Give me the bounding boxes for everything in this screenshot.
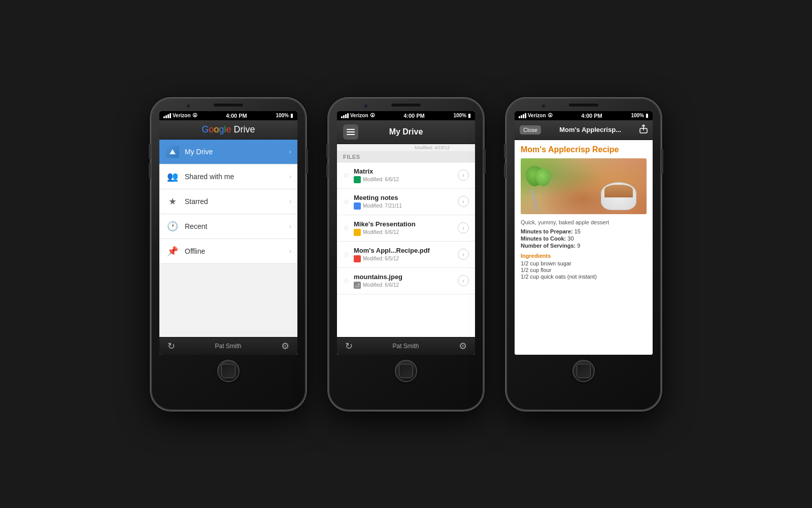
phone-3: Verizon ⦿ 4:00 PM 100% ▮ Close Mom's App… — [505, 97, 662, 412]
signal-icon — [163, 113, 171, 118]
nav-item-offline[interactable]: 📌 Offline › — [159, 239, 297, 264]
google-g2: g — [219, 124, 224, 134]
file-name-matrix: Matrix — [354, 167, 455, 175]
recent-label: Recent — [185, 222, 289, 230]
time-label-2: 4:00 PM — [403, 113, 425, 119]
home-button-1[interactable] — [217, 360, 240, 382]
file-meta-matrix: Modified: 6/6/12 — [354, 176, 455, 183]
status-right-3: 100% ▮ — [631, 113, 649, 118]
file-modified-mikes-presentation: Modified: 6/6/12 — [363, 229, 399, 235]
nav-item-recent[interactable]: 🕐 Recent › — [159, 214, 297, 239]
settings-button-1[interactable]: ⚙ — [281, 341, 289, 352]
star-mikes-presentation[interactable]: ☆ — [343, 224, 350, 232]
phone-1: Verizon ⦿ 4:00 PM 100% ▮ Google Drive — [150, 97, 307, 412]
phone-1-screen: Verizon ⦿ 4:00 PM 100% ▮ Google Drive — [159, 111, 297, 355]
signal-icon-3 — [519, 113, 526, 118]
phone-speaker-2 — [391, 103, 421, 107]
file-chevron-mountains[interactable]: › — [458, 275, 469, 286]
home-button-3[interactable] — [572, 360, 595, 382]
phone-2: Verizon ⦿ 4:00 PM 100% ▮ My Drive — [327, 97, 485, 412]
people-icon: 👥 — [167, 171, 178, 182]
files-section-label: FILES — [337, 152, 475, 162]
phone-2-screen: Verizon ⦿ 4:00 PM 100% ▮ My Drive — [337, 111, 475, 355]
refresh-button-1[interactable]: ↻ — [167, 341, 175, 352]
file-chevron-moms-recipe[interactable]: › — [458, 249, 469, 260]
file-item-mikes-presentation[interactable]: ☆ Mike's Presentation Modified: 6/6/12 › — [337, 215, 475, 242]
servings-label: Number of Servings: — [521, 243, 576, 249]
svg-marker-0 — [170, 149, 176, 154]
star-icon: ★ — [168, 196, 177, 207]
refresh-button-2[interactable]: ↻ — [345, 341, 353, 352]
dish-shape — [601, 182, 636, 210]
hamburger-line-3 — [347, 134, 355, 135]
file-item-moms-recipe[interactable]: ☆ Mom's Appl...Recipe.pdf Modified: 6/5/… — [337, 242, 475, 268]
close-button[interactable]: Close — [520, 125, 541, 134]
phone-1-top — [151, 98, 306, 107]
time-label-3: 4:00 PM — [581, 113, 602, 119]
recipe-servings: Number of Servings: 9 — [521, 243, 647, 249]
star-meeting-notes[interactable]: ☆ — [343, 197, 350, 206]
power-button-3 — [661, 149, 663, 174]
status-left-1: Verizon ⦿ — [163, 113, 197, 118]
shared-icon: 👥 — [165, 170, 180, 184]
recipe-cook: Minutes to Cook: 30 — [521, 235, 647, 242]
file-list: ☆ Matrix Modified: 6/6/12 › ☆ Meeting no… — [337, 162, 475, 337]
file-name-moms-recipe: Mom's Appl...Recipe.pdf — [354, 247, 455, 254]
nav-menu: My Drive › 👥 Shared with me › ★ Starr — [159, 140, 297, 337]
nav-item-my-drive[interactable]: My Drive › — [159, 140, 297, 164]
doc-header: Close Mom's Applecrisp... — [515, 120, 653, 140]
home-button-inner-2 — [399, 364, 413, 378]
nav-item-starred[interactable]: ★ Starred › — [159, 189, 297, 214]
status-right-2: 100% ▮ — [453, 113, 471, 118]
file-type-icon-meeting-notes — [354, 202, 361, 210]
file-item-mountains[interactable]: ☆ mountains.jpeg Modified: 6/ — [337, 268, 475, 294]
ingredient-1: 1/2 cup brown sugar — [521, 260, 647, 266]
share-button[interactable] — [639, 124, 648, 136]
bottom-bar-1: ↻ Pat Smith ⚙ — [159, 337, 297, 355]
hamburger-menu-button[interactable] — [343, 124, 358, 140]
star-matrix[interactable]: ☆ — [343, 171, 350, 179]
battery-label-2: 100% — [453, 113, 466, 118]
google-e: e — [226, 124, 231, 134]
mydrive-header: My Drive — [337, 120, 475, 144]
volume-down-button-2 — [326, 163, 328, 178]
my-drive-label: My Drive — [185, 148, 289, 156]
google-drive-header: Google Drive — [159, 120, 297, 140]
star-moms-recipe[interactable]: ☆ — [343, 250, 350, 258]
file-meta-moms-recipe: Modified: 6/5/12 — [354, 255, 455, 262]
time-label-1: 4:00 PM — [226, 113, 247, 119]
carrier-label: Verizon — [173, 113, 191, 118]
home-button-inner-1 — [221, 364, 235, 378]
carrier-label-3: Verizon — [528, 113, 546, 118]
prepare-value: 15 — [574, 228, 581, 234]
offline-label: Offline — [185, 247, 289, 255]
nav-item-shared[interactable]: 👥 Shared with me › — [159, 164, 297, 189]
drive-icon-box — [166, 146, 179, 158]
phone-speaker — [213, 103, 244, 107]
file-meta-meeting-notes: Modified: 7/21/11 — [354, 202, 455, 210]
front-camera-2 — [364, 104, 368, 108]
battery-icon-3: ▮ — [646, 113, 649, 118]
files-modified-above: Modified: 4/23/12 — [337, 144, 475, 152]
file-item-meeting-notes[interactable]: ☆ Meeting notes Modified: 7/21/11 › — [337, 189, 475, 215]
star-mountains[interactable]: ☆ — [343, 277, 350, 285]
prepare-label: Minutes to Prepare: — [521, 228, 573, 234]
file-chevron-matrix[interactable]: › — [458, 170, 469, 181]
power-button-2 — [484, 149, 486, 174]
settings-button-2[interactable]: ⚙ — [459, 341, 467, 352]
app-title: Google Drive — [165, 124, 291, 135]
file-chevron-mikes-presentation[interactable]: › — [458, 222, 469, 233]
mydrive-title: My Drive — [362, 127, 450, 137]
battery-label-3: 100% — [631, 113, 644, 118]
file-type-icon-mikes-presentation — [354, 229, 361, 236]
file-chevron-meeting-notes[interactable]: › — [458, 196, 469, 207]
svg-point-3 — [358, 283, 360, 285]
file-info-meeting-notes: Meeting notes Modified: 7/21/11 — [354, 194, 455, 210]
signal-bar-1 — [163, 116, 165, 118]
home-button-2[interactable] — [395, 360, 417, 382]
left-side-buttons-3 — [504, 144, 506, 178]
my-drive-chevron: › — [289, 148, 291, 155]
starred-label: Starred — [185, 197, 289, 206]
file-item-matrix[interactable]: ☆ Matrix Modified: 6/6/12 › — [337, 162, 475, 189]
file-name-meeting-notes: Meeting notes — [354, 194, 455, 201]
